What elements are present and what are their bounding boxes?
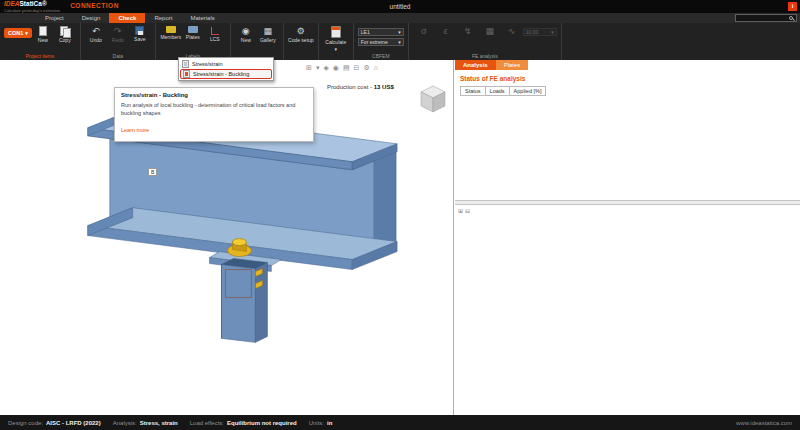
website-link[interactable]: www.ideastatica.com [736, 420, 792, 426]
tab-project[interactable]: Project [36, 13, 73, 23]
tab-check[interactable]: Check [109, 13, 145, 23]
search-input[interactable] [736, 15, 789, 21]
members-label-icon [166, 26, 176, 33]
buckling-tooltip: Stress/strain - Buckling Run analysis of… [114, 87, 314, 142]
fit-view-icon[interactable]: ⊞ [306, 63, 312, 73]
tooltip-title: Stress/strain - Buckling [121, 92, 307, 98]
fe-status-table-header: Status Loads Applied [%] [460, 86, 800, 96]
group-label-fe-analysis: FE analysis [409, 53, 561, 59]
logo-idea: IDEA [4, 0, 20, 7]
strain-icon: ε [444, 26, 448, 36]
tab-report[interactable]: Report [145, 13, 181, 23]
ribbon-group-capture: ◉ New ▦ Gallery [231, 23, 284, 60]
menu-item-stress-strain-buckling[interactable]: Stress/strain - Buckling [180, 69, 272, 79]
ribbon: CON1 ▾ New Copy Project items ↶ Undo ↷ R… [0, 23, 800, 60]
plates-label-icon [188, 26, 198, 33]
expand-pane-icon[interactable]: ⊞ [458, 207, 463, 214]
column-header-status: Status [460, 86, 486, 96]
column-member[interactable] [221, 259, 267, 343]
plates-labels-toggle[interactable]: Plates [183, 25, 203, 40]
status-design-code: Design code: AISC - LRFD (2022) [8, 420, 101, 426]
tooltip-body: Run analysis of local buckling - determi… [121, 101, 307, 118]
stress-strain-icon [182, 60, 189, 68]
mesh-icon: ▦ [486, 26, 495, 36]
camera-icon[interactable]: ◉ [333, 63, 339, 73]
tab-materials[interactable]: Materials [181, 13, 223, 23]
logo-reg-mark: ® [42, 0, 47, 7]
new-screenshot-button[interactable]: ◉ New [236, 25, 256, 43]
con1-project-item-button[interactable]: CON1 ▾ [4, 28, 32, 38]
learn-more-link[interactable]: Learn more [121, 127, 149, 133]
camera-icon: ◉ [242, 26, 250, 36]
ribbon-group-project-items: CON1 ▾ New Copy Project items [0, 23, 81, 60]
bolt-forces-button[interactable]: ↯ [458, 25, 478, 36]
buckling-icon [183, 70, 190, 78]
new-project-item-button[interactable]: New [33, 25, 53, 43]
lcs-axes-icon [210, 26, 219, 35]
view-dropdown-caret-icon[interactable]: ▾ [316, 63, 320, 73]
chevron-down-icon: ▾ [398, 29, 401, 35]
fe-status-table-body [455, 96, 800, 200]
gallery-button[interactable]: ▦ Gallery [258, 25, 278, 43]
grid-icon[interactable]: ⊟ [354, 63, 360, 73]
ribbon-group-calculate: Calculate ▾ [319, 23, 354, 60]
extreme-select[interactable]: For extreme ▾ [358, 38, 404, 46]
tab-plates[interactable]: Plates [496, 60, 529, 70]
settings-gear-icon[interactable]: ⚙ [363, 63, 369, 73]
search-icon [789, 16, 793, 20]
ribbon-group-code-setup: ⚙ Code setup [284, 23, 319, 60]
group-label-cbfem: CBFEM [354, 53, 408, 59]
tab-spacer [0, 13, 36, 23]
chevron-down-icon: ▾ [398, 39, 401, 45]
new-document-icon [39, 26, 47, 36]
deformation-scale-select[interactable]: 10.00 ▾ [523, 28, 557, 36]
screenshot-icon[interactable]: ▤ [343, 63, 350, 73]
fe-analysis-status-header: Status of FE analysis [455, 70, 800, 86]
search-box[interactable] [735, 14, 797, 22]
menu-item-stress-strain[interactable]: Stress/strain [180, 59, 272, 69]
app-name: CONNECTION [70, 0, 119, 9]
logo-statica: StatiCa [20, 0, 42, 7]
calculate-dropdown-menu: Stress/strain Stress/strain - Buckling [178, 57, 274, 81]
gallery-icon: ▦ [264, 26, 273, 36]
app-badge-icon[interactable]: i [788, 2, 797, 11]
tab-design[interactable]: Design [73, 13, 110, 23]
group-label-project-items: Project items [0, 53, 80, 59]
deformed-button[interactable]: ∿ [502, 25, 522, 36]
member-tag-label[interactable]: B [148, 168, 157, 176]
detail-pane: ⊞ ⊟ [455, 205, 800, 415]
render-mode-icon[interactable]: ◈ [323, 63, 328, 73]
mesh-button[interactable]: ▦ [480, 25, 500, 36]
strain-button[interactable]: ε [436, 25, 456, 36]
code-setup-button[interactable]: ⚙ Code setup [289, 25, 313, 43]
members-labels-toggle[interactable]: Members [161, 25, 181, 40]
calculate-button[interactable]: Calculate ▾ [324, 25, 348, 52]
copy-project-item-button[interactable]: Copy [55, 25, 75, 43]
ribbon-tab-row: Project Design Check Report Materials [0, 13, 800, 23]
save-icon [135, 26, 144, 35]
app-window: IDEAStatiCa® Calculate yesterday's estim… [0, 0, 800, 430]
gear-icon: ⚙ [297, 26, 305, 36]
ribbon-group-labels: Members Plates LCS Labels [156, 23, 231, 60]
ribbon-group-cbfem: LE1 ▾ For extreme ▾ CBFEM [354, 23, 409, 60]
redo-button[interactable]: ↷ Redo [108, 25, 128, 43]
tab-analysis[interactable]: Analysis [455, 60, 496, 70]
right-panel-tabs: Analysis Plates [455, 60, 800, 70]
chevron-down-icon: ▾ [25, 30, 28, 36]
save-button[interactable]: Save [130, 25, 150, 42]
navigation-cube[interactable] [421, 86, 445, 112]
load-case-select[interactable]: LE1 ▾ [358, 28, 404, 36]
redo-icon: ↷ [114, 26, 122, 36]
collapse-pane-icon[interactable]: ⊟ [465, 207, 470, 214]
lcs-toggle[interactable]: LCS [205, 25, 225, 42]
chevron-down-icon: ▾ [551, 29, 554, 35]
production-cost-value: 13 US$ [374, 84, 394, 90]
equivalent-stress-button[interactable]: σ [414, 25, 434, 36]
undo-button[interactable]: ↶ Undo [86, 25, 106, 43]
home-view-icon[interactable]: ⌂ [374, 63, 378, 73]
bolt-forces-icon: ↯ [464, 26, 472, 36]
app-logo: IDEAStatiCa® Calculate yesterday's estim… [0, 0, 60, 13]
status-analysis: Analysis: Stress, strain [113, 420, 178, 426]
logo-tagline: Calculate yesterday's estimates [4, 9, 60, 13]
viewport-toolbar: ⊞ ▾ ◈ ◉ ▤ ⊟ ⚙ ⌂ [306, 63, 378, 73]
